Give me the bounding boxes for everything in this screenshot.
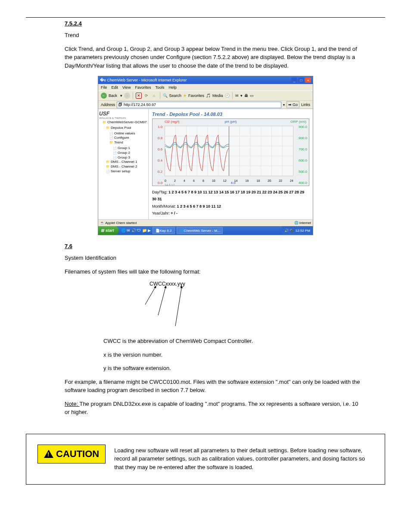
window-maximize-button[interactable]: □ [298,78,304,83]
menubar: File Edit View Favorites Tools Help [98,84,313,90]
y1-tick: 0.2 [158,170,162,174]
address-value: http://172.24.50.97 [124,103,156,107]
stop-button[interactable]: ✕ [136,93,142,99]
taskbar-item-1[interactable]: 📄 Kap 6.2 [153,227,175,234]
window-titlebar: �e ChemWeb Server - Microsoft Internet E… [98,76,313,84]
search-icon[interactable]: 🔍 [163,93,168,98]
usf-logo: USF WALLACE & TIERNAN [99,111,147,119]
history-icon[interactable]: 🕘 [225,93,230,98]
system-tray[interactable]: 🔊 🔌 12:52 PM [282,226,313,235]
y3-tick: 600.0 [299,159,307,162]
clock: 12:52 PM [296,229,310,233]
section-7-6-title-line: System Identification [65,254,364,262]
y3-tick: 500.0 [299,170,307,174]
menu-tools[interactable]: Tools [155,85,164,90]
date-selector: Day/Tag: 1 2 3 4 5 6 7 8 9 10 11 12 13 1… [152,189,309,217]
address-field[interactable]: 🗐 http://172.24.50.97 [117,102,281,108]
ie-icon: �e [100,78,106,82]
warning-triangle-icon [44,450,53,458]
menu-view[interactable]: View [122,85,131,90]
page-title: Trend - Depolox Pool - 14.08.03 [152,112,309,117]
tree-group-3[interactable]: Group 3 [113,156,147,160]
refresh-button[interactable]: ⟳ [143,93,149,99]
y2-axis-label: pH (pH) [224,120,237,124]
back-button[interactable]: ← [101,93,107,99]
svg-line-18 [175,286,182,326]
section-7-5-2-4-body: Click Trend, and Group 1, Group 2, and G… [65,45,364,70]
start-button[interactable]: ⊞start [98,226,118,235]
svg-line-16 [145,286,156,305]
y3-axis-label: ORP (mV) [290,120,306,124]
screenshot-trend-page: �e ChemWeb Server - Microsoft Internet E… [98,76,313,235]
search-label[interactable]: Search [169,93,182,98]
section-7-6-body1: Filenames of system files will take the … [65,268,364,276]
y1-tick: 1.0 [158,125,162,129]
tree-dms2[interactable]: DMS - Channel 2 [106,165,147,169]
y3-tick: 700.0 [299,147,307,151]
quicklaunch-icons[interactable]: 🌐 ✉ 🔊 🛡 📁 ▶ [121,228,151,233]
nav-tree: USF WALLACE & TIERNAN ChemWebServer-GCM0… [98,109,149,219]
menu-file[interactable]: File [101,85,107,90]
top-rule [26,17,385,18]
media-label[interactable]: Media [212,93,223,98]
y1-tick: 0.8 [158,136,162,140]
status-bar: ☕ Applet Chem started 🌐 Internet [98,219,313,226]
address-bar: Address 🗐 http://172.24.50.97 ▾ ➡ Go Lin… [98,101,313,109]
caution-label: CAUTION [56,448,99,460]
page-icon: 🗐 [118,103,122,107]
menu-favorites[interactable]: Favorites [135,85,151,90]
section-title: System Identification [65,255,116,261]
x-ticks: 024681012141618202224 [165,179,293,182]
favorites-label[interactable]: Favorites [188,93,204,98]
tree-depolox[interactable]: Depolox Pool Online values Configure Tre… [106,126,147,160]
home-button[interactable]: ⌂ [151,93,157,99]
y3-tick: 900.0 [299,125,307,129]
links-label[interactable]: Links [301,103,310,107]
window-minimize-button[interactable]: _ [291,78,297,83]
tree-group-1[interactable]: Group 1 [113,146,147,151]
edit-icon[interactable]: ▭ [250,93,254,98]
y1-tick: 0.4 [158,159,162,162]
forward-button[interactable]: → [124,93,130,99]
tree-server-setup[interactable]: Server setup [106,169,147,174]
filename-annotation: CWCCxxxx.yyy [124,281,287,333]
window-title: ChemWeb Server - Microsoft Internet Expl… [107,78,187,82]
tree-root[interactable]: ChemWebServer-GCM07 Depolox Pool Online … [103,120,147,174]
window-close-button[interactable]: × [305,78,311,83]
media-icon[interactable]: 🎵 [206,93,211,98]
day-links[interactable]: 1 2 3 4 5 6 7 8 9 10 11 12 13 14 15 16 1… [152,190,304,201]
trend-chart: Cl2 (mg/l) pH (pH) ORP (mV) 1.0 0.8 0.6 … [152,118,309,186]
applet-icon: ☕ [100,221,104,225]
day-label: Day/Tag: [152,190,168,194]
caution-box: CAUTION Loading new software will reset … [26,434,385,485]
legend-y: y is the software extension. [103,364,364,373]
tree-configure[interactable]: Configure [109,136,147,140]
caution-text: Loading new software will reset all para… [114,445,374,472]
taskbar-item-2[interactable]: 🌐 ChemWeb Server - M... [177,227,223,234]
legend-cwcc: CWCC is the abbreviation of ChemWeb Comp… [103,337,364,345]
tree-online-values[interactable]: Online values [109,131,147,136]
internet-zone-icon: 🌐 [294,221,299,225]
tree-dms1[interactable]: DMS - Channel 1 [106,160,147,165]
month-links[interactable]: 1 2 3 4 5 6 7 8 9 10 11 12 [177,204,221,208]
section-number: 7.6 [65,243,72,249]
print-icon[interactable]: 🖶 [244,93,248,98]
month-label: Month/Monat: [152,204,177,208]
back-label[interactable]: Back [109,93,117,98]
year-controls[interactable]: + / - [171,211,177,215]
tree-group-2[interactable]: Group 2 [113,151,147,156]
y1-tick: 0.0 [158,181,162,185]
tree-trend[interactable]: Trend Group 1 Group 2 Group 3 [109,140,147,160]
y1-axis-label: Cl2 (mg/l) [165,120,180,124]
status-left: Applet Chem started [105,221,137,225]
y3-tick: 400.0 [299,181,307,185]
section-title: Trend [65,32,79,38]
section-7-6-body2: For example, a filename might be CWCC010… [65,378,364,395]
mail-icon[interactable]: ✉ [235,93,239,98]
section-7-6-heading: 7.6 [65,243,385,249]
favorites-icon[interactable]: ★ [183,93,187,98]
go-button[interactable]: ➡ Go [286,101,299,108]
section-number: 7.5.2.4 [65,20,82,27]
menu-help[interactable]: Help [168,85,177,90]
menu-edit[interactable]: Edit [112,85,118,90]
